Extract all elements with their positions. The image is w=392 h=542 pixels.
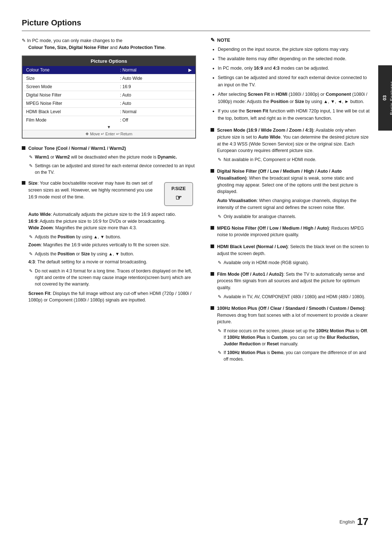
film-mode-note: Available in TV, AV, COMPONENT (480i / 1… bbox=[218, 293, 370, 300]
colour-tone-note2: Settings can be adjusted and stored for … bbox=[29, 163, 196, 176]
100hz-note1: If noise occurs on the screen, please se… bbox=[218, 328, 370, 347]
table-cell-value: : Auto bbox=[117, 99, 185, 107]
table-cell-value: : Normal bbox=[117, 107, 185, 116]
screen-mode-note: Not available in PC, Component or HDMI m… bbox=[218, 156, 370, 163]
note-item: After selecting Screen Fit in HDMI (1080… bbox=[218, 91, 370, 105]
left-column: ✎ In PC mode, you can only make changes … bbox=[22, 37, 196, 368]
right-column: NOTE Depending on the input source, the … bbox=[211, 37, 370, 368]
intro-note: ✎ In PC mode, you can only make changes … bbox=[22, 37, 196, 51]
footer-english: English bbox=[339, 519, 355, 525]
note-item: If you use the Screen Fit function with … bbox=[218, 107, 370, 122]
auto-wide-text: Auto Wide: Automatically adjusts the pic… bbox=[28, 211, 193, 218]
picture-options-table: Picture Options Colour Tone: Normal▶Size… bbox=[22, 56, 196, 139]
auto-vis-text: Auto Visualisation: When changing analog… bbox=[217, 197, 370, 211]
table-cell-arrow bbox=[185, 74, 195, 82]
page-container: 03 Basic Features Picture Options ✎ In P… bbox=[0, 0, 392, 542]
note-item: In PC mode, only 16:9 and 4:3 modes can … bbox=[218, 65, 370, 72]
16-9-text: 16:9: Adjusts the picture size to 16:9 f… bbox=[28, 218, 193, 225]
colour-tone-title: Colour Tone (Cool / Normal / Warm1 / War… bbox=[28, 146, 126, 151]
table-row: Digital Noise Filter: Auto bbox=[23, 91, 195, 99]
page-footer: English 17 bbox=[339, 516, 368, 527]
chapter-number: 03 bbox=[382, 95, 387, 100]
table-nav: ❖ Move ↵ Enter ↩ Return bbox=[23, 130, 195, 138]
digital-noise-content: Digital Noise Filter (Off / Low / Medium… bbox=[217, 168, 370, 220]
section-100hz: 100Hz Motion Plus (Off / Clear / Standar… bbox=[211, 305, 370, 362]
table-row: Screen Mode: 16:9 bbox=[23, 82, 195, 91]
table-cell-label: Film Mode bbox=[23, 116, 117, 124]
wide-zoom-text: Wide Zoom: Magnifies the picture size mo… bbox=[28, 225, 193, 231]
section-film-mode: Film Mode (Off / Auto1 / Auto2): Sets th… bbox=[211, 271, 370, 300]
auto-vis-note: Only available for analogue channels. bbox=[218, 213, 370, 220]
table-cell-arrow bbox=[185, 116, 195, 124]
table-row: Film Mode: Off bbox=[23, 116, 195, 124]
size-content: P.SIZE ☞ Size: Your cable box/satellite … bbox=[28, 180, 193, 304]
100hz-content: 100Hz Motion Plus (Off / Clear / Standar… bbox=[217, 305, 370, 362]
page-title: Picture Options bbox=[22, 18, 370, 31]
bullet-square-icon bbox=[22, 146, 25, 150]
hdmi-black-note: Available only in HDMI mode (RGB signals… bbox=[218, 259, 370, 266]
screen-fit-text: Screen Fit: Displays the full image with… bbox=[28, 290, 193, 304]
table-cell-value: : Auto Wide bbox=[117, 74, 185, 82]
table-row: HDMI Black Level: Normal bbox=[23, 107, 195, 116]
zoom-note: Adjusts the Position or Size by using ▲,… bbox=[29, 251, 193, 257]
note-section: NOTE Depending on the input source, the … bbox=[211, 37, 370, 122]
note-item: Depending on the input source, the pictu… bbox=[218, 46, 370, 53]
table-cell-arrow bbox=[185, 82, 195, 91]
chapter-label: Basic Features bbox=[389, 81, 392, 115]
100hz-note2: If 100Hz Motion Plus is Demo, you can co… bbox=[218, 349, 370, 362]
note-header: NOTE bbox=[211, 37, 370, 43]
section-colour-tone: Colour Tone (Cool / Normal / Warm1 / War… bbox=[22, 145, 196, 176]
table-cell-arrow bbox=[185, 107, 195, 116]
bullet-square-size-icon bbox=[22, 181, 25, 185]
section-digital-noise: Digital Noise Filter (Off / Low / Medium… bbox=[211, 168, 370, 220]
table-cell-value: : Auto bbox=[117, 91, 185, 99]
table-cell-value: : 16:9 bbox=[117, 82, 185, 91]
note-item: The available items may differ depending… bbox=[218, 55, 370, 62]
table-cell-label: Screen Mode bbox=[23, 82, 117, 91]
colour-tone-note1: Warm1 or Warm2 will be deactivated when … bbox=[29, 154, 196, 160]
section-screen-mode: Screen Mode (16:9 / Wide Zoom / Zoom / 4… bbox=[211, 127, 370, 163]
table-cell-arrow: ▶ bbox=[185, 66, 195, 74]
bullet-square-mn-icon bbox=[211, 226, 214, 230]
table-cell-arrow bbox=[185, 91, 195, 99]
table-header: Picture Options bbox=[23, 56, 195, 66]
main-layout: ✎ In PC mode, you can only make changes … bbox=[22, 37, 370, 368]
table-row: Colour Tone: Normal▶ bbox=[23, 66, 195, 74]
4-3-note: Do not watch in 4:3 format for a long ti… bbox=[29, 268, 193, 287]
mpeg-noise-content: MPEG Noise Filter (Off / Low / Medium / … bbox=[217, 225, 370, 239]
table-cell-arrow bbox=[185, 99, 195, 107]
scroll-indicator: ▼ bbox=[23, 124, 195, 130]
colour-tone-content: Colour Tone (Cool / Normal / Warm1 / War… bbox=[28, 145, 196, 176]
table-cell-label: Colour Tone bbox=[23, 66, 117, 74]
bullet-square-fm-icon bbox=[211, 272, 214, 276]
table-cell-label: HDMI Black Level bbox=[23, 107, 117, 116]
options-table-body: Colour Tone: Normal▶Size: Auto WideScree… bbox=[23, 66, 195, 124]
note-item: Settings can be adjusted and stored for … bbox=[218, 74, 370, 89]
psize-hand-icon: ☞ bbox=[168, 192, 189, 203]
table-row: Size: Auto Wide bbox=[23, 74, 195, 82]
screen-mode-content: Screen Mode (16:9 / Wide Zoom / Zoom / 4… bbox=[217, 127, 370, 163]
table-cell-value: : Off bbox=[117, 116, 185, 124]
4-3-text: 4:3: The default setting for a movie or … bbox=[28, 259, 193, 266]
psize-button[interactable]: P.SIZE ☞ bbox=[164, 182, 193, 206]
chapter-tab: 03 Basic Features bbox=[378, 65, 392, 131]
table-cell-label: Digital Noise Filter bbox=[23, 91, 117, 99]
film-mode-content: Film Mode (Off / Auto1 / Auto2): Sets th… bbox=[217, 271, 370, 300]
bullet-square-sm-icon bbox=[211, 128, 214, 132]
zoom-text: Zoom: Magnifies the 16:9 wide pictures v… bbox=[28, 242, 193, 249]
section-hdmi-black: HDMI Black Level (Normal / Low): Selects… bbox=[211, 243, 370, 266]
section-mpeg-noise: MPEG Noise Filter (Off / Low / Medium / … bbox=[211, 225, 370, 239]
table-row: MPEG Noise Filter: Auto bbox=[23, 99, 195, 107]
table-cell-value: : Normal bbox=[117, 66, 185, 74]
bullet-square-hz-icon bbox=[211, 306, 214, 310]
note-list: Depending on the input source, the pictu… bbox=[211, 46, 370, 122]
wide-zoom-note: Adjusts the Position by using ▲, ▼ butto… bbox=[29, 234, 193, 240]
hdmi-black-content: HDMI Black Level (Normal / Low): Selects… bbox=[217, 243, 370, 266]
bullet-square-hb-icon bbox=[211, 245, 214, 248]
bullet-square-dn-icon bbox=[211, 169, 214, 173]
table-cell-label: Size bbox=[23, 74, 117, 82]
section-size: P.SIZE ☞ Size: Your cable box/satellite … bbox=[22, 180, 196, 304]
table-cell-label: MPEG Noise Filter bbox=[23, 99, 117, 107]
footer-page-number: 17 bbox=[357, 516, 368, 527]
